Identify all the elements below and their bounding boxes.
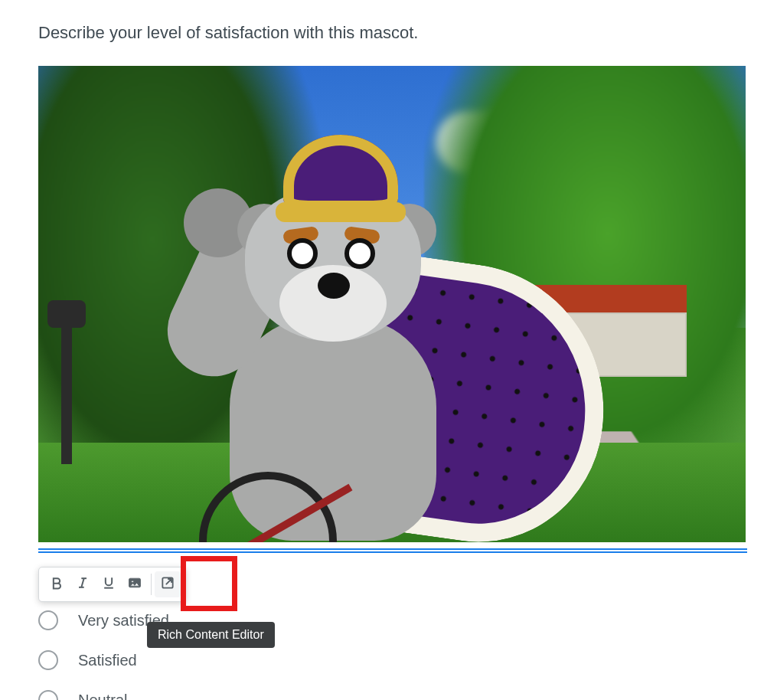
underline-button[interactable] <box>96 571 122 597</box>
choice-satisfied[interactable]: Satisfied <box>38 650 169 670</box>
formatting-toolbar <box>38 567 186 602</box>
radio-icon[interactable] <box>38 610 58 630</box>
svg-point-5 <box>132 581 134 583</box>
italic-button[interactable] <box>70 571 96 597</box>
bold-icon <box>49 575 64 594</box>
choice-label: Neutral <box>78 692 127 701</box>
choice-label: Satisfied <box>78 652 137 669</box>
choice-neutral[interactable]: Neutral <box>38 690 169 700</box>
image-icon <box>127 575 142 594</box>
rich-content-editor-tooltip: Rich Content Editor <box>147 622 275 648</box>
open-external-icon <box>160 575 175 594</box>
svg-line-2 <box>81 578 83 587</box>
highlight-box <box>181 556 237 611</box>
selection-line <box>38 551 747 553</box>
selection-line <box>38 548 747 550</box>
radio-icon[interactable] <box>38 690 58 700</box>
question-image[interactable] <box>38 66 746 542</box>
insert-image-button[interactable] <box>122 571 148 597</box>
question-prompt: Describe your level of satisfaction with… <box>38 21 726 44</box>
italic-icon <box>75 575 90 594</box>
open-rich-content-editor-button[interactable] <box>155 571 181 597</box>
toolbar-separator <box>151 574 152 595</box>
radio-icon[interactable] <box>38 650 58 670</box>
underline-icon <box>101 575 116 594</box>
bold-button[interactable] <box>44 571 70 597</box>
